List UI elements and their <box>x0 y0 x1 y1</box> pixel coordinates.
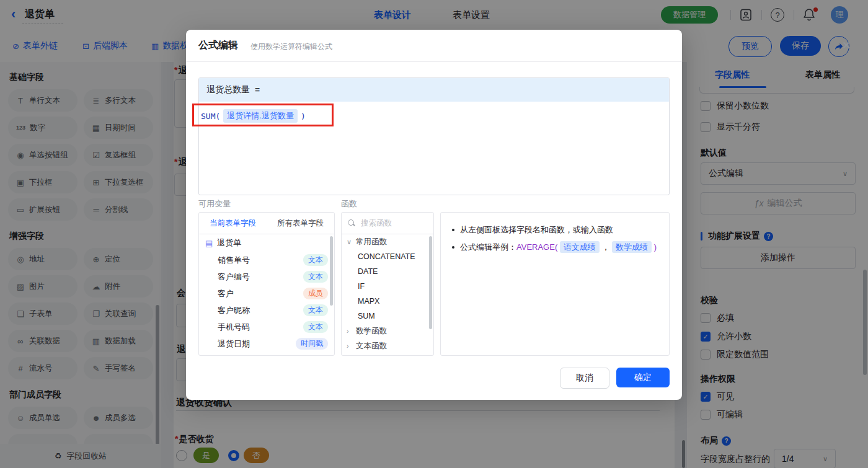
chevron-down-icon: ∨ <box>347 238 352 246</box>
variable-row[interactable]: 客户编号 文本 <box>199 268 334 285</box>
form-doc-icon: ▤ <box>205 239 213 248</box>
modal-subtitle: 使用数学运算符编辑公式 <box>250 42 332 52</box>
functions-scrollbar[interactable] <box>429 236 432 329</box>
variable-row[interactable]: 客户昵称 文本 <box>199 302 334 319</box>
tip-example-prefix: 公式编辑举例： <box>460 242 516 252</box>
search-icon <box>348 219 355 227</box>
function-group-common[interactable]: ∨ 常用函数 <box>342 234 433 249</box>
type-badge: 文本 <box>303 321 328 333</box>
variable-row[interactable]: 客户 成员 <box>199 285 334 302</box>
function-item-date[interactable]: DATE <box>342 264 433 279</box>
tip-example-comma: ， <box>601 242 609 252</box>
tab-all-form-fields[interactable]: 所有表单字段 <box>267 213 334 234</box>
cancel-button[interactable]: 取消 <box>560 368 609 389</box>
function-search[interactable] <box>342 213 433 234</box>
tips-panel: 从左侧面板选择字段名和函数，或输入函数 公式编辑举例：AVERAGE( 语文成绩… <box>440 212 670 356</box>
variable-row[interactable]: 手机号码 文本 <box>199 319 334 335</box>
variable-row[interactable]: 销售单号 文本 <box>199 252 334 268</box>
confirm-button[interactable]: 确定 <box>616 368 670 387</box>
variables-root-node[interactable]: ▤ 退货单 <box>199 234 334 252</box>
close-icon[interactable]: ✕ <box>842 39 851 52</box>
screen: ‹ 退货单 表单设计 表单设置 数据管理 ? 理 ⊘ 表单外链 ⊡ 后端脚本 ▥… <box>0 0 868 468</box>
function-close: ) <box>301 112 306 121</box>
example-chip-2: 数学成绩 <box>612 241 652 253</box>
function-search-input[interactable] <box>360 218 424 228</box>
equals-sign: = <box>255 85 260 95</box>
function-group-math[interactable]: › 数学函数 <box>342 324 433 338</box>
chevron-right-icon: › <box>347 342 352 350</box>
function-item-concatenate[interactable]: CONCATENATE <box>342 249 433 264</box>
type-badge: 成员 <box>303 288 328 299</box>
type-badge: 文本 <box>303 304 328 316</box>
tip-line-1: 从左侧面板选择字段名和函数，或输入函数 <box>452 223 658 237</box>
variables-scrollbar[interactable] <box>330 236 333 306</box>
formula-editor-modal: 公式编辑 使用数学运算符编辑公式 ✕ 退货总数量 = SUM( 退货详情.退货数… <box>186 30 682 400</box>
tip-line-2: 公式编辑举例：AVERAGE( 语文成绩 ， 数学成绩 ) <box>452 240 658 255</box>
type-badge: 文本 <box>303 271 328 283</box>
example-chip-1: 语文成绩 <box>560 241 600 253</box>
type-badge: 文本 <box>303 254 328 266</box>
variables-panel: 当前表单字段 所有表单字段 ▤ 退货单 销售单号 文本 客户编号 文本 客户 成… <box>198 212 335 356</box>
formula-target: 退货总数量 <box>206 84 250 95</box>
bullet-icon <box>452 229 454 231</box>
modal-title: 公式编辑 <box>198 39 238 52</box>
tip-example-fn: AVERAGE( <box>516 242 557 252</box>
field-chip[interactable]: 退货详情.退货数量 <box>223 109 298 123</box>
bullet-icon <box>452 246 454 249</box>
functions-panel: ∨ 常用函数 CONCATENATE DATE IF MAPX SUM › 数学… <box>341 212 434 356</box>
functions-label: 函数 <box>341 198 357 210</box>
tip-example-close: ) <box>654 242 657 252</box>
root-label: 退货单 <box>217 237 241 249</box>
function-group-text[interactable]: › 文本函数 <box>342 338 433 353</box>
function-open: SUM( <box>201 112 220 121</box>
function-item-if[interactable]: IF <box>342 279 433 294</box>
tab-current-form-fields[interactable]: 当前表单字段 <box>199 213 267 234</box>
modal-header: 公式编辑 使用数学运算符编辑公式 ✕ <box>186 30 682 62</box>
formula-expression[interactable]: SUM( 退货详情.退货数量 ) <box>201 109 306 123</box>
variable-row[interactable]: 退货日期 时间戳 <box>199 335 334 352</box>
formula-editor-box[interactable]: 退货总数量 = <box>198 77 670 195</box>
variables-label: 可用变量 <box>198 198 231 210</box>
chevron-right-icon: › <box>347 327 352 335</box>
formula-target-bar: 退货总数量 = <box>199 78 669 102</box>
function-item-mapx[interactable]: MAPX <box>342 294 433 309</box>
function-item-sum[interactable]: SUM <box>342 309 433 324</box>
type-badge: 时间戳 <box>296 338 328 350</box>
